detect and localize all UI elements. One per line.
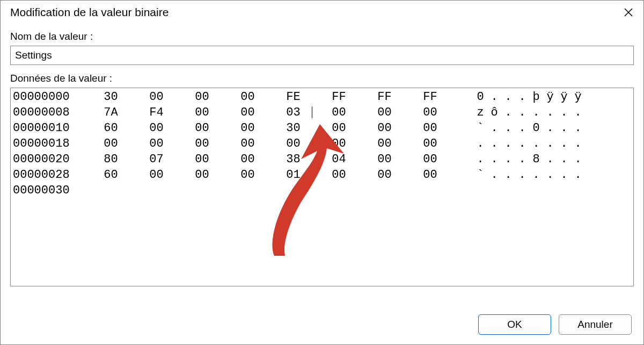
hex-byte[interactable]: 00 bbox=[316, 136, 362, 152]
hex-byte[interactable]: 30 bbox=[270, 120, 316, 136]
ok-button[interactable]: OK bbox=[478, 314, 551, 335]
hex-ascii-char[interactable]: þ bbox=[529, 89, 543, 105]
hex-ascii-char[interactable]: . bbox=[557, 105, 571, 120]
hex-row[interactable]: 000000180000000000000000........ bbox=[13, 136, 631, 152]
hex-byte[interactable]: 60 bbox=[88, 120, 134, 136]
hex-byte[interactable]: 00 bbox=[407, 105, 453, 120]
hex-ascii-char[interactable]: . bbox=[557, 152, 571, 167]
hex-byte[interactable]: 00 bbox=[179, 136, 225, 152]
hex-ascii-char[interactable]: . bbox=[515, 136, 529, 152]
hex-byte[interactable]: 00 bbox=[225, 105, 270, 120]
hex-byte[interactable]: 80 bbox=[88, 152, 134, 167]
hex-ascii-char[interactable]: . bbox=[571, 105, 585, 120]
hex-byte[interactable]: FF bbox=[362, 89, 407, 105]
hex-byte[interactable]: 04 bbox=[316, 152, 362, 167]
hex-ascii-char[interactable]: . bbox=[571, 120, 585, 136]
hex-ascii-char[interactable]: . bbox=[557, 120, 571, 136]
hex-byte[interactable]: 38 bbox=[270, 152, 316, 167]
hex-row[interactable]: 000000087AF4000003000000zô...... bbox=[13, 105, 631, 120]
hex-ascii-char[interactable]: ` bbox=[473, 167, 487, 183]
hex-byte[interactable]: 00 bbox=[179, 105, 225, 120]
hex-byte[interactable]: 00 bbox=[134, 167, 179, 183]
hex-ascii[interactable] bbox=[88, 183, 108, 198]
hex-byte[interactable]: 00 bbox=[362, 120, 407, 136]
hex-byte[interactable]: 00 bbox=[134, 89, 179, 105]
hex-byte[interactable]: 01 bbox=[270, 167, 316, 183]
hex-ascii[interactable]: `....... bbox=[453, 167, 585, 183]
hex-byte[interactable]: 00 bbox=[179, 89, 225, 105]
hex-byte[interactable]: 00 bbox=[316, 167, 362, 183]
hex-ascii-char[interactable]: z bbox=[473, 105, 487, 120]
hex-editor[interactable]: 0000000030000000FEFFFFFF0...þÿÿÿ00000008… bbox=[10, 88, 634, 286]
hex-byte[interactable]: 00 bbox=[225, 136, 270, 152]
hex-byte[interactable]: FE bbox=[270, 89, 316, 105]
hex-byte[interactable]: 00 bbox=[88, 136, 134, 152]
hex-ascii-char[interactable]: . bbox=[543, 120, 557, 136]
hex-row[interactable]: 000000208007000038040000....8... bbox=[13, 152, 631, 167]
hex-ascii-char[interactable]: . bbox=[529, 105, 543, 120]
hex-byte[interactable]: 00 bbox=[179, 152, 225, 167]
hex-ascii-char[interactable]: ÿ bbox=[543, 89, 557, 105]
hex-byte[interactable]: 00 bbox=[225, 167, 270, 183]
hex-ascii-char[interactable]: . bbox=[487, 152, 501, 167]
hex-ascii-char[interactable]: 0 bbox=[529, 120, 543, 136]
hex-ascii-char[interactable]: ` bbox=[473, 120, 487, 136]
hex-byte[interactable]: 03 bbox=[270, 105, 316, 120]
hex-byte[interactable]: FF bbox=[407, 89, 453, 105]
hex-ascii-char[interactable]: . bbox=[487, 89, 501, 105]
hex-byte[interactable]: 00 bbox=[362, 167, 407, 183]
hex-ascii-char[interactable]: 0 bbox=[473, 89, 487, 105]
hex-bytes[interactable]: 6000000001000000 bbox=[88, 167, 453, 183]
hex-byte[interactable]: 00 bbox=[407, 120, 453, 136]
hex-ascii-char[interactable]: . bbox=[571, 167, 585, 183]
hex-byte[interactable]: 00 bbox=[179, 120, 225, 136]
hex-ascii-char[interactable]: . bbox=[501, 89, 515, 105]
hex-ascii-char[interactable]: . bbox=[543, 167, 557, 183]
hex-byte[interactable]: 7A bbox=[88, 105, 134, 120]
hex-byte[interactable]: 00 bbox=[179, 167, 225, 183]
hex-ascii-char[interactable]: . bbox=[543, 136, 557, 152]
hex-row[interactable]: 0000000030000000FEFFFFFF0...þÿÿÿ bbox=[13, 89, 631, 105]
hex-byte[interactable]: 00 bbox=[134, 136, 179, 152]
hex-ascii-char[interactable]: . bbox=[515, 105, 529, 120]
hex-ascii-char[interactable]: . bbox=[473, 152, 487, 167]
hex-ascii-char[interactable]: . bbox=[515, 89, 529, 105]
hex-byte[interactable]: 00 bbox=[316, 105, 362, 120]
hex-byte[interactable]: 00 bbox=[225, 120, 270, 136]
hex-byte[interactable]: 00 bbox=[270, 136, 316, 152]
hex-ascii-char[interactable]: . bbox=[501, 167, 515, 183]
cancel-button[interactable]: Annuler bbox=[559, 314, 632, 335]
hex-bytes[interactable]: 0000000000000000 bbox=[88, 136, 453, 152]
hex-ascii-char[interactable]: . bbox=[487, 120, 501, 136]
hex-ascii-char[interactable]: . bbox=[501, 120, 515, 136]
hex-byte[interactable]: F4 bbox=[134, 105, 179, 120]
hex-byte[interactable]: FF bbox=[316, 89, 362, 105]
hex-ascii-char[interactable]: . bbox=[543, 152, 557, 167]
hex-bytes[interactable]: 8007000038040000 bbox=[88, 152, 453, 167]
hex-byte[interactable]: 00 bbox=[225, 89, 270, 105]
hex-ascii-char[interactable]: ÿ bbox=[557, 89, 571, 105]
hex-ascii-char[interactable]: . bbox=[571, 136, 585, 152]
hex-ascii-char[interactable]: . bbox=[501, 152, 515, 167]
hex-ascii-char[interactable]: ÿ bbox=[571, 89, 585, 105]
hex-ascii[interactable]: zô...... bbox=[453, 105, 585, 120]
hex-ascii-char[interactable]: . bbox=[557, 167, 571, 183]
hex-ascii[interactable]: ....8... bbox=[453, 152, 585, 167]
hex-row[interactable]: 00000030 bbox=[13, 183, 631, 198]
hex-byte[interactable]: 00 bbox=[407, 167, 453, 183]
hex-byte[interactable]: 00 bbox=[316, 120, 362, 136]
hex-bytes[interactable]: 6000000030000000 bbox=[88, 120, 453, 136]
hex-ascii-char[interactable]: 8 bbox=[529, 152, 543, 167]
hex-ascii-char[interactable]: . bbox=[487, 167, 501, 183]
hex-ascii-char[interactable]: . bbox=[515, 152, 529, 167]
hex-ascii-char[interactable]: . bbox=[515, 167, 529, 183]
hex-ascii-char[interactable]: . bbox=[501, 105, 515, 120]
hex-ascii-char[interactable]: . bbox=[571, 152, 585, 167]
hex-ascii-char[interactable]: ô bbox=[487, 105, 501, 120]
hex-bytes[interactable]: 7AF4000003000000 bbox=[88, 105, 453, 120]
hex-byte[interactable]: 00 bbox=[225, 152, 270, 167]
hex-ascii-char[interactable]: . bbox=[557, 136, 571, 152]
hex-byte[interactable]: 07 bbox=[134, 152, 179, 167]
hex-byte[interactable]: 60 bbox=[88, 167, 134, 183]
hex-byte[interactable]: 30 bbox=[88, 89, 134, 105]
